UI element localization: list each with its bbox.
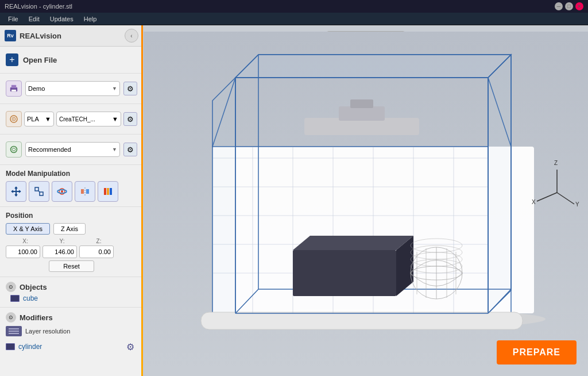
mirror-tool-button[interactable]: [75, 181, 95, 202]
svg-line-9: [38, 191, 40, 192]
svg-text:Y: Y: [575, 201, 579, 208]
layer-line-3: [9, 333, 19, 334]
printer-profile-value: Demo: [28, 85, 45, 92]
window-title: REALvision - cylinder.stl: [5, 3, 72, 10]
filament-settings-button[interactable]: ⚙: [123, 112, 137, 126]
quality-preset-value: Recommended: [28, 146, 71, 153]
quality-section: Recommended ▼ ⚙: [0, 135, 143, 165]
objects-collapse-icon: ⊙: [6, 282, 16, 292]
y-input[interactable]: [42, 245, 77, 258]
svg-marker-57: [293, 236, 413, 250]
printer-profile-row: Demo ▼ ⚙: [6, 80, 137, 97]
xy-axis-tab[interactable]: X & Y Axis: [6, 223, 50, 235]
quality-preset-dropdown[interactable]: Recommended ▼: [25, 142, 120, 157]
collapse-sidebar-button[interactable]: ‹: [125, 29, 138, 43]
modifiers-collapse-icon: ⊙: [6, 312, 16, 323]
viewport: Y Z X PREPARE: [144, 25, 588, 376]
sidebar-logo: Rv REALvision: [5, 30, 61, 41]
position-title: Position: [6, 212, 137, 220]
layer-resolution-icon: [6, 326, 22, 336]
z-axis-tab[interactable]: Z Axis: [53, 223, 86, 235]
x-label: X:: [8, 238, 42, 244]
dropdown-arrow: ▼: [112, 86, 117, 91]
layer-resolution-item: Layer resolution: [6, 326, 137, 336]
svg-point-11: [61, 190, 63, 193]
filament-brand-value: CreaTECH_...: [59, 116, 95, 122]
quality-arrow: ▼: [112, 147, 117, 152]
sidebar: Rv REALvision ‹ + Open File: [0, 25, 144, 376]
svg-rect-8: [40, 192, 43, 195]
axis-tabs: X & Y Axis Z Axis: [6, 223, 137, 235]
svg-marker-27: [235, 55, 511, 78]
reset-container: Reset: [6, 260, 137, 272]
quality-settings-button[interactable]: ⚙: [123, 143, 137, 156]
x-input[interactable]: [6, 245, 40, 258]
svg-text:X: X: [532, 199, 536, 205]
svg-rect-7: [35, 187, 38, 191]
svg-marker-29: [488, 55, 511, 313]
3d-scene: Y Z X: [144, 25, 588, 376]
cylinder-icon: [6, 343, 15, 350]
quality-row: Recommended ▼ ⚙: [6, 141, 137, 158]
title-bar-left: REALvision - cylinder.stl: [5, 3, 72, 10]
prepare-button[interactable]: PREPARE: [497, 340, 577, 365]
printer-settings-button[interactable]: ⚙: [123, 82, 137, 95]
printer-icon: [6, 80, 22, 97]
menu-file[interactable]: File: [3, 14, 23, 24]
close-button[interactable]: ✕: [575, 2, 583, 10]
maximize-button[interactable]: □: [565, 2, 573, 10]
objects-list: cube: [6, 294, 137, 302]
menu-help[interactable]: Help: [79, 14, 102, 24]
scale-tool-button[interactable]: [29, 181, 49, 202]
menu-updates[interactable]: Updates: [45, 14, 78, 24]
svg-rect-72: [350, 99, 373, 108]
move-tool-button[interactable]: [6, 181, 26, 202]
minimize-button[interactable]: ─: [555, 2, 563, 10]
svg-rect-71: [339, 106, 385, 121]
object-item-cube[interactable]: cube: [10, 294, 137, 302]
brand-arrow: ▼: [112, 116, 118, 122]
objects-header[interactable]: ⊙ Objects: [6, 282, 137, 292]
position-section: Position X & Y Axis Z Axis X: Y: Z: Rese…: [0, 207, 143, 277]
svg-rect-56: [293, 250, 396, 296]
main-layout: Rv REALvision ‹ + Open File: [0, 25, 588, 376]
svg-point-6: [11, 147, 17, 153]
printer-profile-section: Demo ▼ ⚙: [0, 74, 143, 104]
filament-brand-dropdown[interactable]: CreaTECH_... ▼: [56, 112, 121, 126]
open-file-section: + Open File: [0, 47, 143, 74]
menu-bar: File Edit Updates Help: [0, 13, 588, 25]
rotate-tool-button[interactable]: [52, 181, 72, 202]
filament-icon: [6, 111, 22, 127]
svg-rect-32: [201, 312, 523, 329]
color-tool-button[interactable]: [98, 181, 118, 202]
layer-resolution-label: Layer resolution: [25, 328, 70, 335]
menu-edit[interactable]: Edit: [24, 14, 44, 24]
svg-rect-18: [110, 188, 112, 195]
quality-icon: [6, 141, 22, 158]
title-bar: REALvision - cylinder.stl ─ □ ✕: [0, 0, 588, 13]
plus-icon: +: [6, 53, 18, 66]
manipulation-tools: [6, 181, 137, 202]
z-input[interactable]: [79, 245, 114, 258]
svg-rect-17: [107, 188, 109, 195]
cube-label: cube: [23, 294, 38, 302]
modifiers-section: ⊙ Modifiers Layer resolution cylinder ⚙: [0, 308, 143, 358]
svg-text:Z: Z: [554, 160, 558, 166]
reset-button[interactable]: Reset: [49, 260, 94, 272]
svg-rect-15: [86, 189, 89, 194]
logo-icon: Rv: [5, 30, 16, 41]
y-label: Y:: [45, 238, 79, 244]
sidebar-accent: [141, 25, 143, 376]
cylinder-label: cylinder: [18, 343, 42, 351]
xyz-inputs: [6, 245, 137, 258]
open-file-button[interactable]: + Open File: [6, 51, 137, 68]
filament-type-dropdown[interactable]: PLA ▼: [24, 112, 54, 126]
svg-rect-14: [81, 189, 84, 194]
printer-profile-dropdown[interactable]: Demo ▼: [25, 81, 120, 96]
filament-row: PLA ▼ CreaTECH_... ▼ ⚙: [6, 111, 137, 127]
modifiers-header[interactable]: ⊙ Modifiers: [6, 312, 137, 323]
svg-marker-28: [212, 78, 235, 313]
cylinder-settings-button[interactable]: ⚙: [123, 340, 137, 354]
model-manipulation-section: Model Manipulation: [0, 165, 143, 207]
modifiers-title: Modifiers: [20, 313, 53, 322]
